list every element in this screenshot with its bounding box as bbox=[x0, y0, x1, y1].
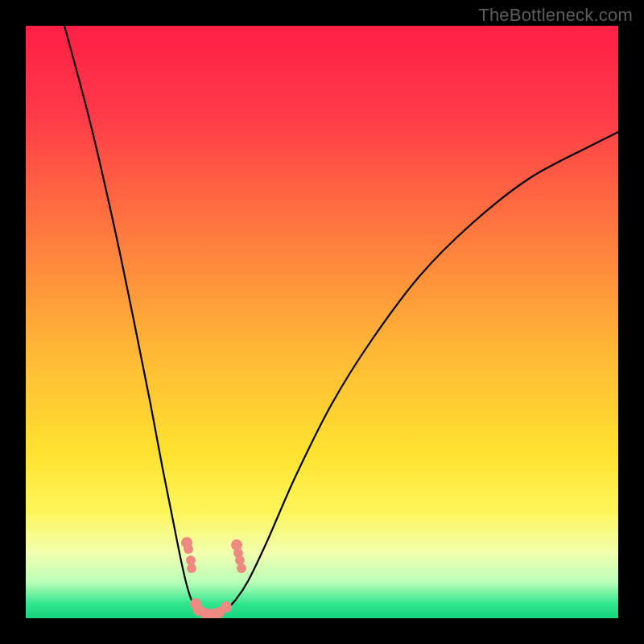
curve-right-branch bbox=[206, 132, 618, 615]
marker-group bbox=[181, 537, 246, 618]
data-marker bbox=[184, 544, 193, 554]
plot-area bbox=[26, 26, 618, 618]
curve-left-branch bbox=[64, 26, 206, 615]
curve-layer bbox=[26, 26, 618, 618]
watermark-text: TheBottleneck.com bbox=[478, 5, 633, 26]
data-marker bbox=[237, 564, 246, 573]
chart-frame: TheBottleneck.com bbox=[0, 0, 644, 644]
data-marker bbox=[221, 601, 232, 613]
data-marker bbox=[187, 564, 196, 573]
data-marker bbox=[235, 555, 245, 565]
